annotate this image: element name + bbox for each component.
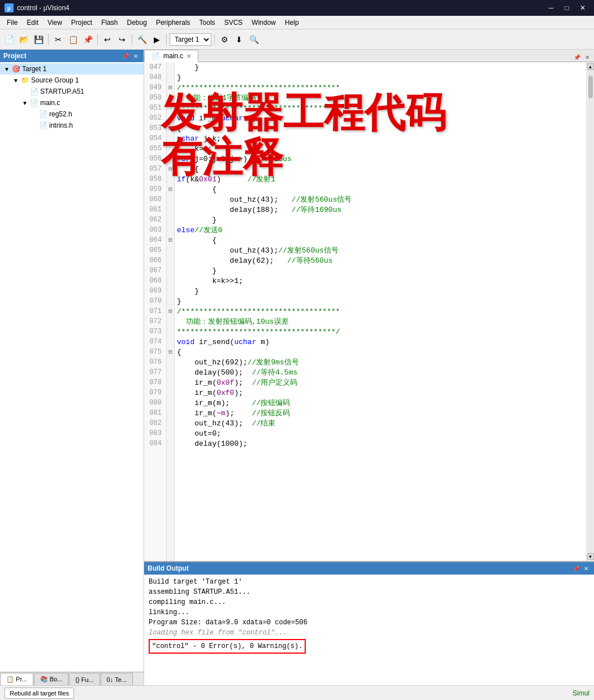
cut-button[interactable]: ✂: [51, 33, 65, 46]
copy-button[interactable]: 📋: [66, 33, 80, 46]
undo-button[interactable]: ↩: [101, 33, 114, 46]
toolbar-sep3: [132, 34, 132, 45]
code-line-055: k=i;: [177, 144, 584, 154]
expand-icon-startup: [20, 87, 29, 96]
pbtab-functions[interactable]: {} Fu...: [69, 673, 99, 685]
code-line-066: delay(62); //等待560us: [177, 255, 584, 266]
expand-icon-sg1: ▼: [11, 76, 20, 85]
panel-bottom-tabs: 📋 Pr... 📚 Bo... {} Fu... 0↓ Te...: [0, 672, 144, 685]
line-fold-047: [167, 62, 174, 72]
line-fold-051: [167, 103, 174, 113]
panel-pin-button[interactable]: 📌: [121, 51, 130, 60]
menu-item-peripherals[interactable]: Peripherals: [151, 18, 195, 28]
tree-item-startup[interactable]: 📄 STARTUP.A51: [0, 86, 144, 97]
paste-button[interactable]: 📌: [81, 33, 94, 46]
line-fold-064: ⊟: [167, 235, 174, 245]
vscroll-up[interactable]: ▲: [587, 63, 594, 70]
line-number-071: 071: [144, 306, 164, 316]
redo-button[interactable]: ↪: [115, 33, 129, 46]
pbtab-books[interactable]: 📚 Bo...: [34, 673, 69, 685]
minimize-button[interactable]: ─: [544, 2, 558, 14]
panel-close-button[interactable]: ✕: [131, 51, 140, 60]
line-fold-062: [167, 215, 174, 225]
close-button[interactable]: ✕: [576, 2, 589, 14]
code-line-049: /************************************: [177, 82, 584, 93]
search-button[interactable]: 🔍: [247, 33, 261, 46]
build-header-controls: 📌 ✕: [571, 564, 591, 573]
code-line-052: void ir_m(uchar i): [177, 113, 584, 123]
target-select[interactable]: Target 1: [170, 33, 211, 46]
line-fold-073: [167, 327, 174, 337]
expand-icon-target1: ▼: [2, 64, 11, 73]
pbtab-templates[interactable]: 0↓ Te...: [101, 673, 133, 685]
line-fold-078: [167, 377, 174, 388]
line-number-057: 057: [144, 164, 164, 174]
menu-item-edit[interactable]: Edit: [22, 18, 43, 28]
code-line-067: }: [177, 266, 584, 276]
line-fold-052: [167, 113, 174, 123]
line-number-053: 053: [144, 123, 164, 133]
menu-item-view[interactable]: View: [43, 18, 67, 28]
tree-item-intrins[interactable]: 📄 intrins.h: [0, 120, 144, 131]
rebuild-button[interactable]: Rebuild all target files: [5, 688, 74, 699]
line-fold-084: [167, 438, 174, 449]
intrins-icon: 📄: [38, 121, 47, 130]
project-panel: Project 📌 ✕ ▼ 🎯 Target 1 ▼ 📁 Source Grou…: [0, 50, 144, 685]
line-number-062: 062: [144, 215, 164, 225]
line-number-061: 061: [144, 205, 164, 215]
vscroll-down[interactable]: ▼: [587, 553, 594, 560]
menu-bar: FileEditViewProjectFlashDebugPeripherals…: [0, 16, 594, 29]
build-pin-button[interactable]: 📌: [571, 564, 580, 573]
menu-item-debug[interactable]: Debug: [123, 18, 151, 28]
new-button[interactable]: 📄: [2, 33, 16, 46]
code-lines[interactable]: }}/************************************ …: [175, 62, 586, 561]
menu-item-tools[interactable]: Tools: [195, 18, 220, 28]
code-line-075: {: [177, 347, 584, 357]
code-line-068: k=k>>1;: [177, 276, 584, 286]
code-line-064: {: [177, 235, 584, 245]
debug-button[interactable]: ▶: [150, 33, 163, 46]
menu-item-help[interactable]: Help: [280, 18, 303, 28]
tree-item-target1[interactable]: ▼ 🎯 Target 1: [0, 63, 144, 75]
build-line-4: Program Size: data=9.0 xdata=0 code=506: [149, 618, 589, 628]
menu-item-file[interactable]: File: [2, 18, 22, 28]
code-line-076: out_hz(692);//发射9ms信号: [177, 357, 584, 367]
tab-mainc[interactable]: 📄 main.c ✕: [144, 50, 198, 62]
line-number-078: 078: [144, 377, 164, 388]
line-fold-079: [167, 388, 174, 398]
line-number-055: 055: [144, 144, 164, 154]
line-fold-075: ⊟: [167, 347, 174, 357]
menu-item-svcs[interactable]: SVCS: [220, 18, 248, 28]
load-button[interactable]: ⬇: [232, 33, 246, 46]
vscroll-track[interactable]: [588, 70, 593, 553]
build-line-3: linking...: [149, 607, 589, 618]
editor-pin-button[interactable]: 📌: [573, 53, 582, 62]
line-number-075: 075: [144, 347, 164, 357]
pbtab-project[interactable]: 📋 Pr...: [0, 673, 33, 685]
maximize-button[interactable]: □: [560, 2, 574, 14]
code-line-061: delay(188); //等待1690us: [177, 205, 584, 215]
open-button[interactable]: 📂: [17, 33, 31, 46]
editor-close-button[interactable]: ✕: [583, 53, 592, 62]
settings-button[interactable]: ⚙: [218, 33, 231, 46]
tab-mainc-close[interactable]: ✕: [187, 53, 191, 59]
line-fold-072: [167, 316, 174, 327]
line-fold-061: [167, 205, 174, 215]
vscroll-thumb[interactable]: [588, 76, 593, 98]
build-button[interactable]: 🔨: [135, 33, 149, 46]
line-fold-058: [167, 174, 174, 184]
menu-item-project[interactable]: Project: [67, 18, 97, 28]
target1-label: Target 1: [22, 65, 46, 73]
tree-item-sourcegroup1[interactable]: ▼ 📁 Source Group 1: [0, 75, 144, 86]
code-line-071: /************************************: [177, 306, 584, 316]
line-fold-081: [167, 408, 174, 418]
line-fold-063: [167, 225, 174, 235]
menu-item-flash[interactable]: Flash: [97, 18, 122, 28]
code-line-069: }: [177, 286, 584, 296]
vertical-scrollbar[interactable]: ▲ ▼: [586, 62, 594, 561]
tree-item-reg52[interactable]: 📄 reg52.h: [0, 108, 144, 120]
tree-item-mainc[interactable]: ▼ 📄 main.c: [0, 97, 144, 108]
build-close-button[interactable]: ✕: [582, 564, 591, 573]
menu-item-window[interactable]: Window: [247, 18, 280, 28]
save-button[interactable]: 💾: [32, 33, 45, 46]
